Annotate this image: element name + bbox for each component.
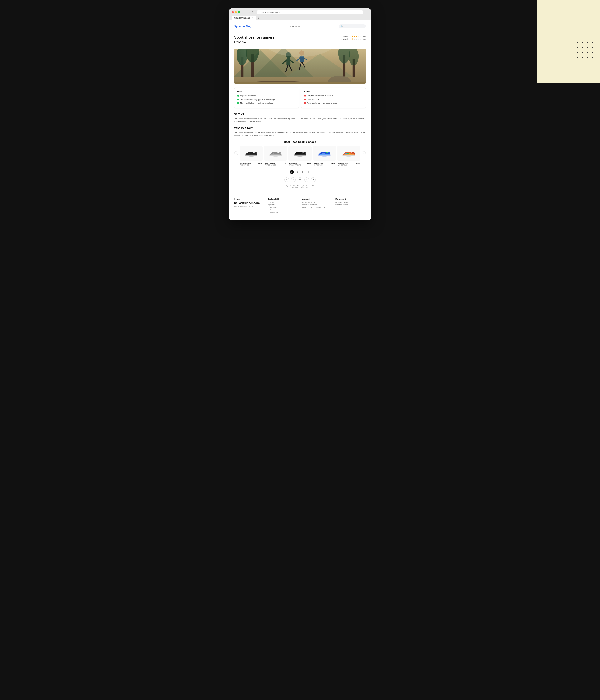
shoe-sku-3: WXA234F7.9WY9X [289, 164, 311, 166]
footer-account-col: My account My account settings Password … [335, 198, 366, 214]
editor-stars: ★ ★ ★ ★ ★ [352, 35, 362, 38]
shoe-info-1: Adagio X pro 154$ WXA657.99S [240, 162, 263, 166]
shoe-card-5[interactable] [337, 146, 360, 160]
footer-link-running-form[interactable]: Running Form [268, 211, 298, 213]
new-tab-button[interactable]: + [257, 17, 260, 20]
page-2[interactable]: 2 [295, 170, 299, 174]
footer-link-sea[interactable]: SEA [268, 209, 298, 211]
svg-point-12 [328, 76, 351, 82]
page-4[interactable]: 4 [306, 170, 310, 174]
footer-lastpost-col: Last post Sea running shoes Other shoe a… [302, 198, 332, 214]
footer-post-2[interactable]: Other shoe adventures [302, 204, 332, 206]
shoe-name-5: Colorfull Path [338, 162, 349, 164]
pros-item-1: Superior protection [237, 95, 296, 97]
shoe-name-1: Adagio X pro [240, 162, 251, 164]
users-rating-label: Users rating: [340, 38, 351, 40]
search-icon: 🔍 [341, 25, 343, 27]
shoe-image-2 [268, 149, 283, 157]
footer-email[interactable]: hello@runner.com [234, 201, 265, 205]
address-line2: 10048419 YORK, USA [234, 187, 366, 189]
close-button[interactable] [232, 11, 234, 13]
shoe-image-4 [317, 149, 332, 157]
footer-link-algorithms[interactable]: Algorithms [268, 204, 298, 206]
footer-link-profiles[interactable]: Road Profiles [268, 206, 298, 208]
address-bar[interactable]: http://syneriseblog.com [257, 10, 363, 14]
user-star-2: ★ [354, 38, 356, 40]
cons-dot-2 [304, 99, 306, 100]
hero-image [234, 49, 366, 84]
shoe-card-1[interactable] [240, 146, 263, 160]
svg-line-24 [302, 62, 305, 68]
pros-dot-3 [237, 102, 239, 104]
shoe-info-4: Simple blue 123$ WXA6677.99X [313, 162, 336, 166]
footer-link-reviews[interactable]: Reviews [268, 201, 298, 203]
svg-marker-2 [254, 49, 313, 77]
verdict-title: Verdict [234, 112, 366, 116]
svg-marker-1 [234, 50, 287, 77]
pagination-next[interactable]: → [311, 171, 314, 173]
address-section: Synerise Blog Washington Street MIS 1004… [234, 185, 366, 192]
page-1[interactable]: 1 [290, 170, 294, 174]
shoe-price-4: 123$ [332, 162, 335, 164]
svg-rect-35 [347, 153, 349, 154]
maximize-button[interactable] [238, 11, 240, 13]
twitter-icon[interactable]: t [291, 177, 296, 182]
shoe-info-2: Cosmic gray 99$ WXA234F.992324 [264, 162, 287, 166]
pros-item-3: More flexible than other Salomon shoes [237, 102, 296, 104]
more-button[interactable]: ⋯ [365, 10, 368, 14]
svg-rect-32 [326, 152, 328, 153]
shoe-price-3: 134$ [307, 162, 311, 164]
footer-contact-sub: Best blog about sport shoes [234, 205, 265, 207]
shoe-card-4[interactable] [313, 146, 336, 160]
footer-post-1[interactable]: Sea running shoes [302, 201, 332, 203]
browser-chrome: ‹ › ↻ http://syneriseblog.com ⋯ synerise… [229, 8, 371, 20]
editor-rating-row: Editor rating: ★ ★ ★ ★ ★ 4/5 [340, 35, 366, 38]
footer-post-3[interactable]: Superior Running Technique Tips [302, 206, 332, 208]
svg-rect-31 [322, 153, 326, 154]
social-icons: f t in v ▶ [234, 177, 366, 182]
facebook-icon[interactable]: f [284, 177, 289, 182]
page-3[interactable]: 3 [301, 170, 305, 174]
page-content: SyneriseBlog ← All articles 🔍 Sport shoe… [229, 20, 371, 220]
hero-runners-visual [234, 49, 366, 84]
shoe-name-3: Black pro [289, 162, 297, 164]
cons-dot-3 [304, 102, 306, 104]
carousel-next[interactable]: › [362, 151, 366, 155]
active-tab[interactable]: syneriseblog.com × [232, 16, 256, 20]
carousel-prev[interactable]: ‹ [234, 151, 238, 155]
all-articles-link[interactable]: ← All articles [290, 25, 301, 27]
cons-item-1: Very firm, takes time to break in [304, 95, 363, 97]
shoe-price-1: 154$ [258, 162, 262, 164]
forward-button[interactable]: › [247, 10, 251, 14]
header-nav: ← All articles [290, 25, 301, 27]
footer: Contact hello@runner.com Best blog about… [234, 196, 366, 214]
cons-dot-1 [304, 95, 306, 97]
tab-label: syneriseblog.com [234, 17, 250, 19]
linkedin-icon[interactable]: in [298, 177, 302, 182]
minimize-button[interactable] [235, 11, 237, 13]
search-box[interactable]: 🔍 [339, 24, 366, 28]
user-star-1: ★ [352, 38, 354, 40]
footer-password-change[interactable]: Password change [335, 204, 366, 206]
svg-rect-20 [300, 56, 304, 62]
ratings-block: Editor rating: ★ ★ ★ ★ ★ 4/5 Users ratin… [340, 35, 366, 41]
vimeo-icon[interactable]: v [304, 177, 309, 182]
pagination-prev[interactable]: ← [286, 171, 289, 173]
footer-account-settings[interactable]: My account settings [335, 201, 366, 203]
back-button[interactable]: ‹ [243, 10, 247, 14]
svg-line-17 [286, 66, 288, 72]
star-5: ★ [360, 35, 362, 38]
footer-explore-title: Explore RSG [268, 198, 298, 200]
svg-point-9 [338, 49, 350, 64]
shoe-card-3[interactable] [288, 146, 311, 160]
youtube-icon[interactable]: ▶ [311, 177, 316, 182]
carousel-section: Best Road Racing Shoes ‹ [234, 140, 366, 166]
svg-point-19 [299, 50, 304, 56]
shoe-card-2[interactable] [264, 146, 287, 160]
tab-close-icon[interactable]: × [251, 17, 254, 19]
refresh-button[interactable]: ↻ [252, 10, 255, 14]
svg-line-21 [297, 58, 300, 61]
users-rating-row: Users rating: ★ ★ ★ ★ ★ 5/5 [340, 38, 366, 40]
star-4: ★ [358, 35, 360, 38]
cons-item-3: Price point may be an issue to some [304, 102, 363, 104]
